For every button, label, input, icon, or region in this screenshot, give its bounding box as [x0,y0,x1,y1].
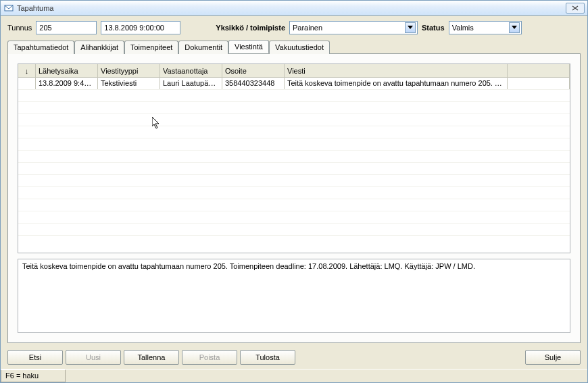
chevron-down-icon [509,22,520,33]
tallenna-button[interactable]: Tallenna [124,350,179,365]
cell-vastaanottaja: Lauri Laatupääll... [160,78,222,89]
datetime-input[interactable] [101,21,180,34]
tab-alihankkijat[interactable]: Alihankkijat [74,41,124,54]
col-viestityyppi[interactable]: Viestityyppi [98,64,160,77]
cell-viesti: Teitä koskeva toimenpide on avattu tapah… [285,78,508,89]
close-button[interactable] [566,3,585,14]
message-grid[interactable]: ↓ Lähetysaika Viestityyppi Vastaanottaja… [18,63,570,253]
message-detail[interactable]: Teitä koskeva toimenpide on avattu tapah… [18,259,570,333]
chevron-down-icon [405,22,416,33]
row-marker [18,78,36,89]
status-label: Status [422,24,445,32]
poista-button: Poista [182,350,237,365]
col-osoite[interactable]: Osoite [222,64,285,77]
sort-column-header[interactable]: ↓ [18,64,36,77]
app-icon [3,3,14,14]
tabs: Tapahtumatiedot Alihankkijat Toimenpitee… [1,37,587,53]
grid-header: ↓ Lähetysaika Viestityyppi Vastaanottaja… [18,64,570,78]
app-window: Tapahtuma Tunnus Yksikkö / toimipiste Pa… [0,0,588,383]
unit-value: Parainen [293,24,322,32]
arrow-down-icon: ↓ [25,67,29,75]
table-row[interactable]: 13.8.2009 9:46:00 Tekstiviesti Lauri Laa… [18,78,570,90]
window-title: Tapahtuma [17,4,53,12]
status-select[interactable]: Valmis [449,21,522,34]
cell-lahetysaika: 13.8.2009 9:46:00 [36,78,98,89]
tab-tapahtumatiedot[interactable]: Tapahtumatiedot [7,41,74,54]
col-spare[interactable] [508,64,570,77]
unit-select[interactable]: Parainen [289,21,418,34]
tunnus-input[interactable] [36,21,97,34]
tunnus-label: Tunnus [7,24,32,32]
uusi-button: Uusi [66,350,121,365]
sulje-button[interactable]: Sulje [525,350,581,365]
col-vastaanottaja[interactable]: Vastaanottaja [160,64,222,77]
etsi-button[interactable]: Etsi [7,350,63,365]
cell-spare [508,78,570,89]
tab-toimenpiteet[interactable]: Toimenpiteet [124,41,178,54]
status-hint: F6 = haku [1,369,66,382]
tulosta-button[interactable]: Tulosta [240,350,295,365]
col-lahetysaika[interactable]: Lähetysaika [36,64,98,77]
status-bar: F6 = haku [1,369,587,382]
status-value: Valmis [452,24,474,32]
tab-dokumentit[interactable]: Dokumentit [178,41,228,54]
unit-label: Yksikkö / toimipiste [216,24,285,32]
grid-body[interactable]: 13.8.2009 9:46:00 Tekstiviesti Lauri Laa… [18,78,570,253]
tab-viestinta[interactable]: Viestintä [228,40,269,53]
cell-tyyppi: Tekstiviesti [98,78,160,89]
cell-osoite: 358440323448 [222,78,285,89]
button-bar: Etsi Uusi Tallenna Poista Tulosta Sulje [1,347,587,369]
detail-text: Teitä koskeva toimenpide on avattu tapah… [22,262,475,270]
titlebar[interactable]: Tapahtuma [1,1,587,16]
tab-panel: ↓ Lähetysaika Viestityyppi Vastaanottaja… [7,53,581,343]
tab-vakuutustiedot[interactable]: Vakuutustiedot [269,41,330,54]
col-viesti[interactable]: Viesti [285,64,508,77]
top-form-row: Tunnus Yksikkö / toimipiste Parainen Sta… [1,16,587,37]
